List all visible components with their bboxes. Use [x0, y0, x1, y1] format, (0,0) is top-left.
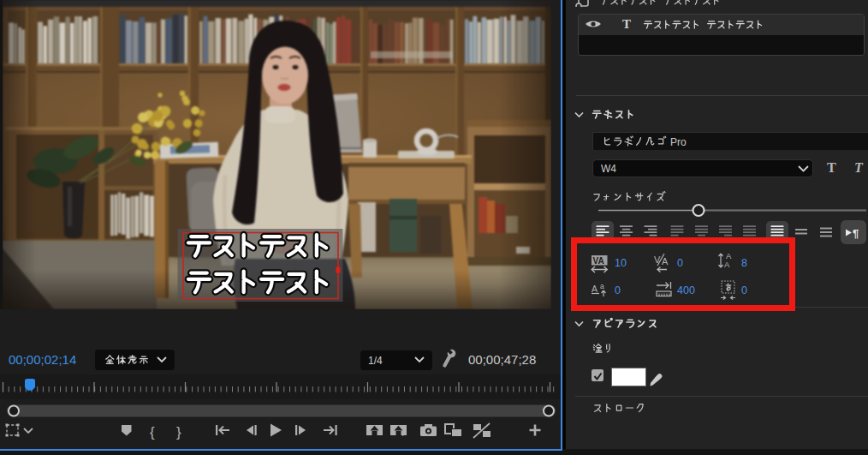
svg-text:{: {	[150, 424, 155, 440]
svg-text:¶: ¶	[853, 227, 859, 240]
svg-text:}: }	[176, 424, 181, 440]
